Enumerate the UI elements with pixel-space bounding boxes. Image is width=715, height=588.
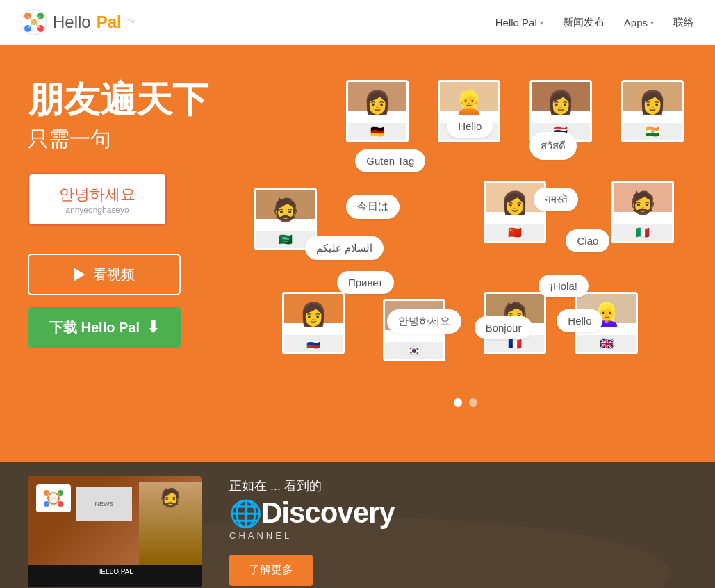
download-label: 下载 Hello Pal (49, 318, 140, 337)
bubble-spanish: ¡Hola! (539, 275, 589, 297)
person-flag-1: 🇩🇪 (348, 123, 406, 140)
chevron-down-icon-apps: ▾ (650, 19, 654, 26)
person-flag-8: 🇰🇷 (385, 342, 443, 359)
chevron-down-icon: ▾ (540, 19, 543, 26)
person-flag-5: 🇨🇳 (486, 224, 544, 241)
video-logo (36, 484, 71, 515)
person-5: 👩 🇨🇳 (484, 181, 546, 243)
logo-icon (21, 9, 47, 35)
logo-tm: ™ (127, 18, 135, 26)
person-1: 👩 🇩🇪 (346, 80, 409, 142)
bubble-french: Bonjour (475, 316, 533, 339)
nav-item-apps[interactable]: Apps ▾ (624, 17, 654, 28)
discovery-video-thumbnail[interactable]: 🧔 NEWS HELLO PAL (28, 476, 202, 587)
seen-in-text: 正如在 ... 看到的 (229, 477, 687, 494)
bubble-italian: Ciao (566, 229, 609, 252)
watch-video-button[interactable]: 看视频 (28, 254, 181, 295)
nav-links: Hello Pal ▾ 新闻发布 Apps ▾ 联络 (495, 16, 694, 29)
person-flag-6: 🇮🇹 (614, 224, 672, 241)
person-face-7: 👩 (284, 294, 343, 335)
person-flag-7: 🇷🇺 (284, 335, 343, 352)
nav-item-news[interactable]: 新闻发布 (563, 16, 605, 29)
carousel-dot-1[interactable] (454, 398, 462, 407)
person-6: 🧔 🇮🇹 (611, 181, 674, 243)
globe-icon: 🌐 (229, 499, 261, 528)
hero-right: 👩 🇩🇪 👱 🇺🇸 👩 🇹🇭 👩 🇮🇳 🧔 🇸🇦 👩 🇨🇳 🧔 🇮🇹 (236, 73, 694, 420)
bubble-hindi: नमस्ते (534, 188, 578, 211)
hero-section: 朋友遍天下 只需一句 안녕하세요 annyeonghaseyo 看视频 下载 H… (0, 45, 715, 462)
bubble-hello-1: Hello (447, 115, 493, 138)
news-presenter: 🧔 (139, 482, 202, 565)
bubble-german: Guten Tag (355, 149, 425, 172)
bubble-russian: Привет (337, 271, 394, 294)
download-arrow-icon: ⬇ (147, 318, 159, 336)
logo: Hello Pal™ (21, 9, 495, 35)
hero-subtitle: 只需一句 (28, 125, 236, 154)
greeting-korean-text: 안녕하세요 (43, 184, 151, 205)
carousel-dots (454, 398, 477, 407)
logo-hello-text: Hello (53, 13, 91, 32)
greeting-box: 안녕하세요 annyeonghaseyo (28, 173, 167, 226)
hero-left: 朋友遍天下 只需一句 안녕하세요 annyeonghaseyo 看视频 下载 H… (28, 73, 236, 420)
discovery-channel-name: 🌐Discovery (229, 498, 687, 528)
person-flag-10: 🇬🇧 (577, 335, 636, 352)
download-button[interactable]: 下载 Hello Pal ⬇ (28, 307, 181, 348)
greeting-romanized-text: annyeonghaseyo (43, 205, 151, 215)
discovery-channel-sub: CHANNEL (229, 530, 687, 541)
nav-item-hellopal[interactable]: Hello Pal ▾ (495, 17, 543, 28)
watch-video-label: 看视频 (93, 266, 135, 284)
video-inner: 🧔 NEWS (28, 476, 202, 565)
person-face-11: 👩 (623, 82, 682, 123)
nav-item-contact[interactable]: 联络 (673, 16, 694, 29)
bubble-hello-2: Hello (557, 309, 602, 332)
carousel-dot-2[interactable] (469, 398, 477, 407)
person-face-3: 👩 (532, 82, 590, 123)
navbar: Hello Pal™ Hello Pal ▾ 新闻发布 Apps ▾ 联络 (0, 0, 715, 45)
discovery-right: 正如在 ... 看到的 🌐Discovery CHANNEL 了解更多 (229, 477, 687, 586)
news-board: NEWS (76, 487, 132, 521)
person-face-6: 🧔 (614, 183, 672, 224)
bubble-japanese: 今日は (346, 195, 400, 219)
discovery-section: 🧔 NEWS HELLO PAL 正如在 ... 看到的 🌐Discovery … (0, 462, 715, 588)
video-label: HELLO PAL (28, 565, 202, 587)
logo-pal-text: Pal (97, 13, 122, 32)
person-11: 👩 🇮🇳 (621, 80, 684, 142)
bubble-thai: สวัสดี (529, 132, 577, 160)
bubble-arabic: السلام عليكم (305, 236, 384, 260)
person-7: 👩 🇷🇺 (282, 292, 345, 354)
play-icon (74, 268, 85, 281)
person-flag-11: 🇮🇳 (623, 123, 682, 140)
hero-title: 朋友遍天下 (28, 80, 236, 120)
person-face-4: 🧔 (256, 190, 315, 231)
person-face-1: 👩 (348, 82, 406, 123)
bubble-korean: 안녕하세요 (387, 309, 461, 334)
learn-more-button[interactable]: 了解更多 (229, 555, 313, 586)
